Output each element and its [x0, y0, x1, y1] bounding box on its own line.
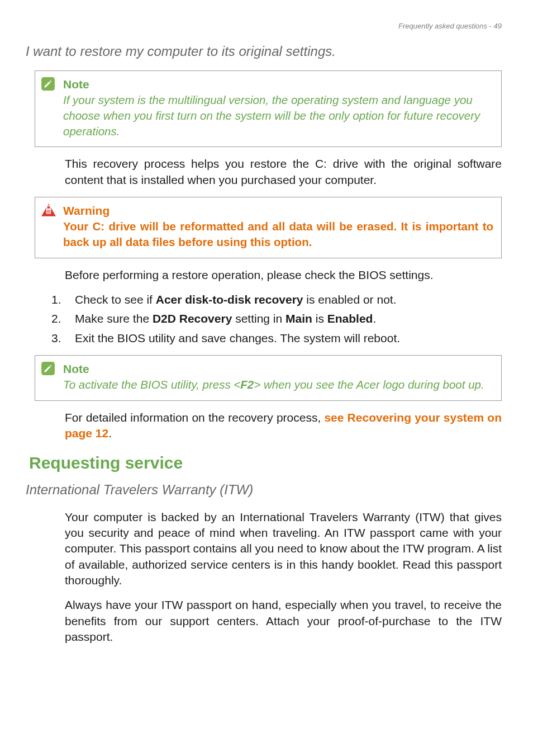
pencil-icon — [41, 77, 55, 91]
paragraph-see-also: For detailed information on the recovery… — [65, 410, 502, 442]
list-text: Make sure the — [75, 312, 153, 325]
note-text: To activate the BIOS utility, press < — [63, 378, 240, 391]
paragraph-itw-passport: Always have your ITW passport on hand, e… — [65, 597, 502, 645]
section-heading-requesting-service: Requesting service — [29, 452, 502, 475]
list-text: setting in — [232, 312, 285, 325]
list-bold: D2D Recovery — [153, 312, 232, 325]
list-text: is — [312, 312, 327, 325]
note-body: To activate the BIOS utility, press <F2>… — [63, 377, 493, 393]
section-heading-restore: I want to restore my computer to its ori… — [26, 42, 502, 60]
list-text: Exit the BIOS utility and save changes. … — [75, 332, 400, 344]
note-body: If your system is the multilingual versi… — [63, 92, 493, 139]
note-text: > when you see the Acer logo during boot… — [254, 378, 484, 391]
page-header: Frequently asked questions - 49 — [31, 21, 502, 31]
warning-triangle-icon — [41, 203, 55, 218]
list-text: is enabled or not. — [303, 293, 397, 306]
list-bold: Main — [285, 312, 312, 325]
paragraph-text: For detailed information on the recovery… — [65, 411, 324, 424]
paragraph-recovery-process: This recovery process helps you restore … — [65, 156, 502, 188]
paragraph-bios-check: Before performing a restore operation, p… — [65, 267, 502, 283]
note-title: Note — [63, 361, 493, 377]
paragraph-text: . — [108, 427, 112, 440]
warning-body: Your C: drive will be reformatted and al… — [63, 219, 493, 249]
paragraph-itw-intro: Your computer is backed by an Internatio… — [65, 509, 502, 589]
list-number: 2. — [65, 311, 75, 327]
list-number: 3. — [65, 330, 75, 346]
list-bold: Acer disk-to-disk recovery — [156, 293, 303, 306]
list-item: 2.Make sure the D2D Recovery setting in … — [65, 311, 502, 327]
list-number: 1. — [65, 292, 75, 308]
note-callout-bios-key: Note To activate the BIOS utility, press… — [35, 355, 502, 401]
bios-steps-list: 1.Check to see if Acer disk-to-disk reco… — [65, 292, 502, 346]
list-text: Check to see if — [75, 293, 156, 306]
key-name: F2 — [240, 378, 254, 391]
list-item: 3.Exit the BIOS utility and save changes… — [65, 330, 502, 346]
list-bold: Enabled — [327, 312, 373, 325]
note-title: Note — [63, 77, 493, 92]
list-item: 1.Check to see if Acer disk-to-disk reco… — [65, 292, 502, 308]
note-callout-multilingual: Note If your system is the multilingual … — [35, 70, 502, 147]
subheading-itw: International Travelers Warranty (ITW) — [26, 481, 502, 499]
warning-callout-reformat: Warning Your C: drive will be reformatte… — [35, 197, 502, 258]
pencil-icon — [41, 361, 55, 376]
list-text: . — [373, 312, 376, 325]
warning-title: Warning — [63, 203, 493, 219]
